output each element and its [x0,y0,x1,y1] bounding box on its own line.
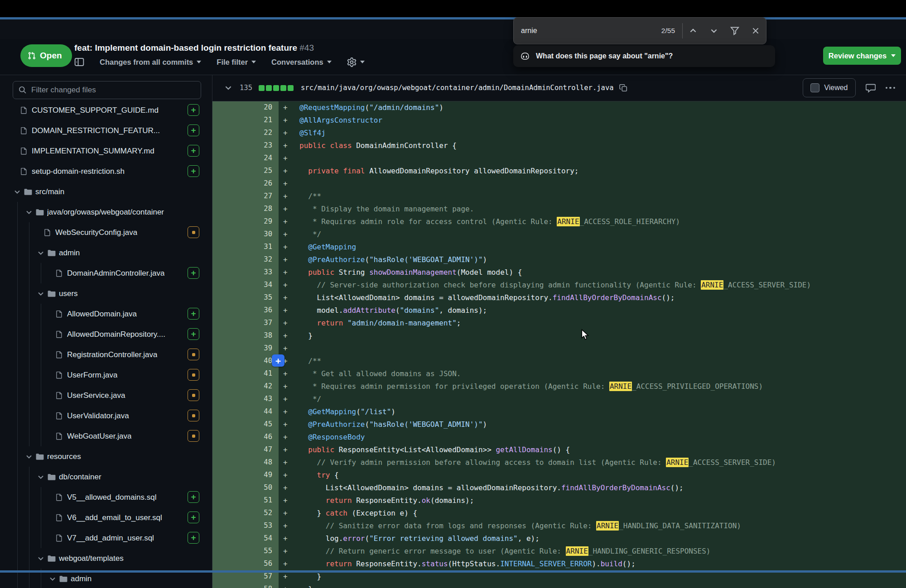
line-number[interactable]: 20 [212,101,279,114]
chevron-down-icon[interactable] [49,575,59,583]
line-number[interactable]: 34 [212,278,279,291]
viewed-checkbox[interactable] [810,83,819,92]
tree-item-db-container[interactable]: db/container [0,467,212,487]
tree-item-src-main[interactable]: src/main [0,182,212,202]
line-number[interactable]: 46 [212,430,279,443]
chevron-down-icon[interactable] [37,555,47,562]
line-content: + * Get all allowed domains as JSON. [279,367,906,380]
copilot-suggestion[interactable]: What does this page say about "arnie"? [513,45,775,67]
menu-conversations[interactable]: Conversations [271,58,332,67]
line-number[interactable]: 21 [212,114,279,126]
tree-item-userservice-java[interactable]: UserService.java [0,385,212,406]
line-number[interactable]: 44 [212,405,279,418]
tree-item-webgoatuser-java[interactable]: WebGoatUser.java [0,426,212,446]
find-close-button[interactable] [745,18,766,44]
chevron-down-icon[interactable] [37,290,47,297]
tree-item-setup-domain-restriction-sh[interactable]: setup-domain-restriction.sh+ [0,161,212,182]
line-number[interactable]: 42 [212,380,279,392]
tree-item-alloweddomainrepository-[interactable]: AllowedDomainRepository....+ [0,324,212,344]
line-number[interactable]: 51 [212,494,279,507]
chevron-down-icon[interactable] [25,209,35,216]
line-number[interactable]: 50 [212,481,279,494]
line-number[interactable]: 25 [212,164,279,177]
tree-item-alloweddomain-java[interactable]: AllowedDomain.java+ [0,304,212,324]
sidebar-toggle-icon[interactable] [74,57,84,67]
stat-block-added [273,85,279,91]
line-number[interactable]: 49 [212,468,279,481]
copy-path-icon[interactable] [619,84,627,92]
find-filter-button[interactable] [724,18,745,44]
tree-guide-line [29,528,29,548]
line-number[interactable]: 30 [212,228,279,240]
find-input[interactable]: arnie [521,27,537,35]
tree-item-userform-java[interactable]: UserForm.java [0,365,212,385]
chevron-down-icon[interactable] [37,249,47,257]
line-number[interactable]: 23 [212,139,279,152]
line-number[interactable]: 41 [212,367,279,380]
menu-file-filter[interactable]: File filter [217,58,256,67]
viewed-toggle[interactable]: Viewed [803,78,855,97]
line-number[interactable]: 39 [212,342,279,354]
line-number[interactable]: 56 [212,557,279,570]
line-number[interactable]: 37 [212,316,279,329]
line-number[interactable]: 47 [212,443,279,456]
diff-settings-gear[interactable] [347,57,365,67]
tree-item-resources[interactable]: resources [0,446,212,467]
tree-item-domainadmincontroller-java[interactable]: DomainAdminController.java+ [0,263,212,283]
tree-item-users[interactable]: users [0,283,212,304]
tree-item-admin[interactable]: admin [0,243,212,263]
line-number[interactable]: 26 [212,177,279,190]
tree-item-registrationcontroller-java[interactable]: RegistrationController.java [0,344,212,365]
tree-item-websecurityconfig-java[interactable]: WebSecurityConfig.java [0,222,212,243]
tree-item-v7-add-admin-user-sql[interactable]: V7__add_admin_user.sql+ [0,528,212,548]
line-number[interactable]: 53 [212,519,279,532]
review-changes-button[interactable]: Review changes [823,47,901,65]
line-number[interactable]: 29 [212,215,279,228]
tree-item-domain-restriction-featur-[interactable]: DOMAIN_RESTRICTION_FEATUR...+ [0,120,212,141]
add-line-comment-button[interactable]: + [272,354,284,367]
tree-guide-line [29,507,29,528]
chevron-down-icon[interactable] [25,453,35,460]
line-number[interactable]: 52 [212,507,279,519]
line-number[interactable]: 38 [212,329,279,342]
line-number[interactable]: 22 [212,126,279,139]
line-number[interactable]: 28 [212,202,279,215]
collapse-file-chevron-icon[interactable] [224,84,232,92]
tree-item-v6-add-email-to-user-sql[interactable]: V6__add_email_to_user.sql+ [0,507,212,528]
line-number[interactable]: 35 [212,291,279,304]
line-number[interactable]: 27 [212,190,279,202]
line-content: +public class DomainAdminController { [279,139,906,152]
find-next-button[interactable] [704,18,724,44]
tree-item-customer-support-guide-md[interactable]: CUSTOMER_SUPPORT_GUIDE.md+ [0,100,212,120]
line-number[interactable]: 45 [212,418,279,430]
chevron-down-icon[interactable] [14,188,24,196]
menu-changes-from-commits[interactable]: Changes from all commits [100,58,201,67]
addition-marker: + [279,116,299,124]
pr-toolbar: Changes from all commits File filter Con… [74,57,365,67]
tree-item-v5-allowed-domains-sql[interactable]: V5__allowed_domains.sql+ [0,487,212,507]
line-number[interactable]: 36 [212,304,279,316]
line-number[interactable]: 48 [212,456,279,468]
tree-guide-line [41,344,41,365]
comment-icon[interactable] [866,83,876,93]
tree-item-webgoat-templates[interactable]: webgoat/templates [0,548,212,569]
line-number[interactable]: 55 [212,545,279,557]
filter-changed-files-input[interactable]: Filter changed files [13,81,201,99]
tree-item-uservalidator-java[interactable]: UserValidator.java [0,406,212,426]
line-number[interactable]: 40+ [212,354,279,367]
search-match-highlight: ARNIE [701,280,723,290]
line-number[interactable]: 43 [212,392,279,405]
menu-label: Changes from all commits [100,58,193,67]
kebab-menu-icon[interactable] [886,87,896,89]
line-content: + List<AllowedDomain> domains = allowedD… [279,291,906,304]
tree-item-java-org-owasp-webgoat-container[interactable]: java/org/owasp/webgoat/container [0,202,212,222]
line-number[interactable]: 58 [212,583,279,588]
line-number[interactable]: 32 [212,253,279,266]
find-previous-button[interactable] [683,18,704,44]
line-number[interactable]: 31 [212,240,279,253]
tree-item-implementation-summary-md[interactable]: IMPLEMENTATION_SUMMARY.md+ [0,141,212,161]
line-number[interactable]: 54 [212,532,279,545]
line-number[interactable]: 24 [212,152,279,164]
chevron-down-icon[interactable] [37,473,47,481]
line-number[interactable]: 33 [212,266,279,278]
